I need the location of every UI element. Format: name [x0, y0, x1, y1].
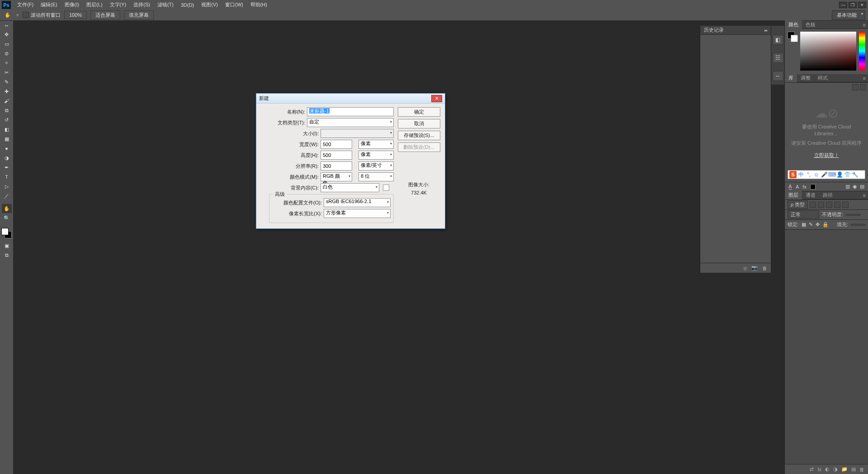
tools-collapse-icon[interactable]: ▸▸ — [5, 24, 9, 28]
mini-panel-1-icon[interactable]: ◧ — [773, 35, 783, 45]
marquee-tool-icon[interactable]: ▭ — [2, 39, 12, 48]
filter-shape-icon[interactable] — [834, 202, 840, 208]
libraries-tab[interactable]: 库 — [785, 74, 797, 82]
save-preset-button[interactable]: 存储预设(S)... — [398, 131, 440, 140]
blend-mode-select[interactable]: 正常 — [788, 210, 819, 219]
adjustment-layer-icon[interactable]: ◑ — [833, 466, 838, 472]
hand-tool-icon[interactable]: ✋ — [3, 11, 13, 19]
window-minimize-button[interactable]: — — [839, 2, 847, 8]
filter-adjust-icon[interactable] — [818, 202, 824, 208]
fx-icon[interactable]: fx — [802, 184, 807, 190]
lib-panel-menu-icon[interactable]: ≡ — [861, 76, 868, 81]
lib-view-grid-icon[interactable] — [852, 84, 859, 90]
history-camera-icon[interactable]: 📷 — [751, 265, 758, 271]
ime-keyboard-icon[interactable]: ⌨ — [829, 171, 835, 178]
name-input[interactable]: 未标题-1 — [307, 107, 394, 116]
history-collapse-icon[interactable]: ▸▸ — [764, 28, 767, 33]
height-unit-select[interactable]: 像素 — [359, 151, 394, 160]
layers-list[interactable] — [785, 230, 868, 464]
menu-file[interactable]: 文件(F) — [14, 0, 37, 9]
lock-pos-icon[interactable]: ✥ — [816, 222, 820, 228]
filter-smart-icon[interactable] — [842, 202, 849, 208]
resolution-unit-select[interactable]: 像素/英寸 — [359, 161, 394, 171]
mini-panel-2-icon[interactable]: ☷ — [773, 53, 783, 63]
opacity-input[interactable] — [846, 214, 860, 216]
height-input[interactable] — [321, 151, 352, 160]
link-layers-icon[interactable]: ⇄ — [810, 466, 814, 472]
gradient-tool-icon[interactable]: ▦ — [2, 134, 12, 143]
color-tab[interactable]: 颜色 — [785, 20, 802, 29]
hand-tool[interactable]: ✋ — [2, 204, 12, 213]
wand-tool-icon[interactable]: ✧ — [2, 58, 12, 67]
paths-tab[interactable]: 路径 — [819, 191, 836, 199]
cancel-button[interactable]: 取消 — [398, 119, 440, 128]
colormode-select[interactable]: RGB 颜色 — [321, 172, 352, 181]
pen-tool-icon[interactable]: ✒ — [2, 163, 12, 172]
layer-mask-icon[interactable]: ◐ — [825, 466, 830, 472]
window-restore-button[interactable]: ❐ — [849, 2, 857, 8]
path-select-tool-icon[interactable]: ▷ — [2, 182, 12, 191]
color-swatches[interactable] — [1, 228, 12, 239]
menu-type[interactable]: 文字(Y) — [106, 0, 130, 9]
background-color-swatch[interactable] — [383, 185, 389, 191]
aspect-select[interactable]: 方形像素 — [324, 209, 391, 218]
menu-view[interactable]: 视图(V) — [198, 0, 222, 9]
channels-tab[interactable]: 通道 — [802, 191, 819, 199]
fit-screen-button[interactable]: 适合屏幕 — [90, 10, 120, 20]
panel-icon-1[interactable]: ▥ — [845, 184, 850, 190]
ok-button[interactable]: 确定 — [398, 107, 440, 117]
zoom-100-button[interactable]: 100% — [64, 11, 87, 19]
ime-user-icon[interactable]: 👤 — [836, 171, 843, 178]
bitdepth-select[interactable]: 8 位 — [359, 172, 394, 181]
crop-tool-icon[interactable]: ✂ — [2, 68, 12, 77]
lib-get-link[interactable]: 立即获取！ — [814, 152, 839, 159]
picker-background[interactable] — [791, 35, 798, 42]
styles-tab[interactable]: 样式 — [814, 74, 831, 82]
quickmask-tool-icon[interactable]: ▣ — [2, 241, 12, 250]
history-trash-icon[interactable]: 🗑 — [762, 265, 767, 271]
hue-slider[interactable] — [859, 32, 865, 71]
workspace-switcher[interactable]: 基本功能 — [832, 10, 865, 20]
doctype-select[interactable]: 自定 — [307, 118, 394, 127]
history-tab[interactable]: 历史记录 — [704, 27, 724, 33]
type-tool-icon[interactable]: T — [2, 172, 12, 181]
filter-type-icon[interactable] — [826, 202, 832, 208]
menu-layer[interactable]: 图层(L) — [83, 0, 106, 9]
dialog-close-button[interactable]: ✕ — [431, 95, 442, 102]
swatches-tab[interactable]: 色板 — [802, 20, 819, 29]
screenmode-tool-icon[interactable]: ⧉ — [2, 251, 12, 260]
menu-window[interactable]: 窗口(W) — [222, 0, 247, 9]
healing-tool-icon[interactable]: ✚ — [2, 87, 12, 96]
panel-icon-3[interactable]: ▤ — [860, 184, 864, 190]
fill-screen-button[interactable]: 填充屏幕 — [124, 10, 154, 20]
layers-tab[interactable]: 图层 — [785, 191, 802, 199]
window-close-button[interactable]: ✕ — [858, 2, 866, 8]
fill-input[interactable] — [851, 224, 865, 226]
scroll-all-windows-checkbox[interactable]: 滚动所有窗口 — [23, 12, 61, 19]
background-select[interactable]: 白色 — [321, 183, 379, 192]
lock-paint-icon[interactable]: ✎ — [809, 222, 813, 228]
layer-fx-icon[interactable]: fx — [817, 467, 821, 472]
char-panel-icon[interactable]: A̲ — [788, 184, 792, 190]
lock-trans-icon[interactable]: ▦ — [802, 222, 806, 228]
new-layer-icon[interactable]: ▤ — [851, 466, 856, 472]
color-picker[interactable] — [785, 29, 868, 74]
lock-all-icon[interactable]: 🔒 — [822, 222, 829, 228]
brush-tool-icon[interactable]: 🖌 — [2, 96, 12, 105]
menu-filter[interactable]: 滤镜(T) — [154, 0, 177, 9]
color-panel-menu-icon[interactable]: ≡ — [861, 22, 868, 28]
layers-panel-menu-icon[interactable]: ≡ — [861, 193, 868, 198]
delete-layer-icon[interactable]: 🗑 — [859, 467, 864, 472]
menu-3d[interactable]: 3D(D) — [177, 1, 198, 9]
dodge-tool-icon[interactable]: ◑ — [2, 153, 12, 162]
stamp-tool-icon[interactable]: ⧉ — [2, 106, 12, 115]
eraser-tool-icon[interactable]: ◧ — [2, 125, 12, 134]
dialog-titlebar[interactable]: 新建 ✕ — [256, 94, 445, 104]
history-brush-tool-icon[interactable]: ↺ — [2, 115, 12, 124]
color-field[interactable] — [800, 32, 856, 71]
ime-emoji-icon[interactable]: ☺ — [813, 171, 820, 178]
width-unit-select[interactable]: 像素 — [359, 140, 394, 149]
blur-tool-icon[interactable]: ● — [2, 144, 12, 153]
foreground-swatch[interactable] — [1, 228, 9, 235]
shape-tool-icon[interactable]: ／ — [2, 191, 12, 200]
